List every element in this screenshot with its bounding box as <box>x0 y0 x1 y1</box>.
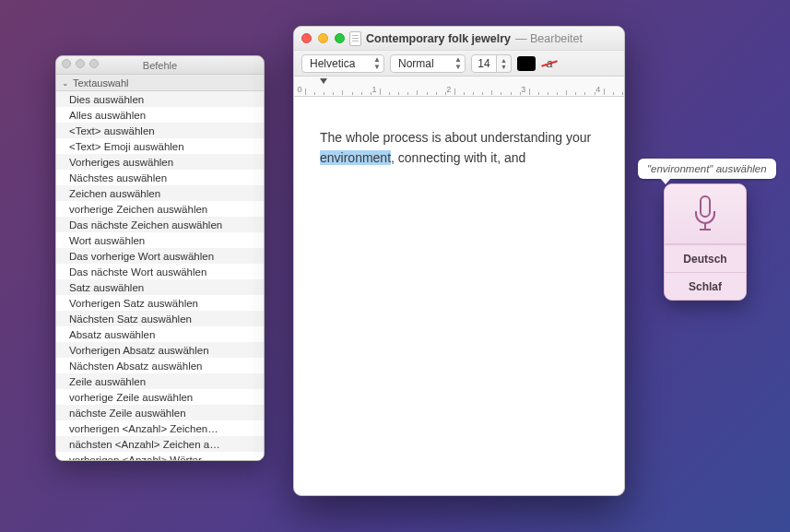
command-item[interactable]: Zeichen auswählen <box>56 185 264 201</box>
close-button[interactable] <box>301 33 312 43</box>
font-select-value: Helvetica <box>310 57 355 70</box>
command-item[interactable]: Nächstes auswählen <box>56 170 264 185</box>
ruler[interactable]: 01234 <box>294 77 624 97</box>
command-item[interactable]: Nächsten Satz auswählen <box>56 311 264 326</box>
close-dot-inactive[interactable] <box>62 59 71 68</box>
svg-rect-0 <box>701 196 710 217</box>
font-size-stepper[interactable]: ▲▼ <box>497 54 512 73</box>
voice-control-panel: Deutsch Schlaf <box>664 183 747 301</box>
select-arrows-icon: ▲▼ <box>454 56 462 71</box>
command-item[interactable]: vorherigen <Anzahl> Wörter … <box>56 452 264 460</box>
body-text-post: , connecting with it, and <box>391 150 525 165</box>
tab-marker-icon[interactable] <box>320 78 327 84</box>
min-dot-inactive[interactable] <box>76 59 85 68</box>
voice-language-label: Deutsch <box>683 253 726 266</box>
command-item[interactable]: Das nächste Wort auswählen <box>56 264 264 279</box>
commands-window: Befehle ⌄ Textauswahl Dies auswählenAlle… <box>55 55 265 461</box>
voice-language-button[interactable]: Deutsch <box>665 244 746 272</box>
command-item[interactable]: Dies auswählen <box>56 91 264 107</box>
microphone-icon <box>690 195 720 233</box>
body-text-pre: The whole process is about understanding… <box>320 130 591 145</box>
commands-section-header[interactable]: ⌄ Textauswahl <box>56 75 264 91</box>
document-status: — Bearbeitet <box>515 32 583 45</box>
ruler-number: 3 <box>521 85 525 94</box>
commands-title: Befehle <box>143 60 177 71</box>
font-size-input[interactable]: 14 <box>471 54 497 73</box>
format-toolbar: Helvetica ▲▼ Normal ▲▼ 14 ▲▼ <box>294 51 624 77</box>
command-item[interactable]: Alles auswählen <box>56 107 264 123</box>
ruler-number: 0 <box>297 85 301 94</box>
style-select[interactable]: Normal ▲▼ <box>390 54 466 73</box>
commands-list[interactable]: Dies auswählenAlles auswählen<Text> ausw… <box>56 91 264 460</box>
voice-sleep-label: Schlaf <box>689 280 722 293</box>
command-item[interactable]: Satz auswählen <box>56 279 264 295</box>
command-item[interactable]: Wort auswählen <box>56 232 264 248</box>
voice-feedback-text: "environment" auswählen <box>647 163 767 174</box>
command-item[interactable]: <Text> Emoji auswählen <box>56 138 264 154</box>
command-item[interactable]: <Text> auswählen <box>56 123 264 138</box>
ruler-number: 4 <box>595 85 600 94</box>
command-item[interactable]: Nächsten Absatz auswählen <box>56 358 264 373</box>
command-item[interactable]: Vorheriges auswählen <box>56 154 264 170</box>
command-item[interactable]: vorherige Zeichen auswählen <box>56 201 264 217</box>
command-item[interactable]: vorherigen <Anzahl> Zeichen… <box>56 420 264 436</box>
select-arrows-icon: ▲▼ <box>373 56 381 71</box>
strikethrough-icon[interactable] <box>541 56 558 71</box>
microphone-area[interactable] <box>665 184 746 244</box>
zoom-dot-inactive[interactable] <box>89 59 99 68</box>
command-item[interactable]: Vorherigen Satz auswählen <box>56 295 264 311</box>
document-title: Contemporary folk jewelry <box>366 32 511 45</box>
commands-traffic-lights[interactable] <box>62 59 99 68</box>
command-item[interactable]: nächsten <Anzahl> Zeichen a… <box>56 436 264 452</box>
commands-titlebar[interactable]: Befehle <box>56 56 264 75</box>
font-select[interactable]: Helvetica ▲▼ <box>301 54 384 73</box>
ruler-number: 2 <box>446 85 451 94</box>
text-color-swatch[interactable] <box>517 56 536 71</box>
ruler-number: 1 <box>371 85 376 94</box>
document-body[interactable]: The whole process is about understanding… <box>294 97 624 495</box>
command-item[interactable]: Das nächste Zeichen auswählen <box>56 217 264 232</box>
command-item[interactable]: Vorherigen Absatz auswählen <box>56 342 264 358</box>
command-item[interactable]: vorherige Zeile auswählen <box>56 389 264 405</box>
style-select-value: Normal <box>398 57 434 70</box>
document-icon <box>349 31 361 46</box>
command-item[interactable]: Absatz auswählen <box>56 326 264 342</box>
textedit-window: Contemporary folk jewelry — Bearbeitet H… <box>293 26 625 496</box>
command-item[interactable]: nächste Zeile auswählen <box>56 405 264 420</box>
voice-sleep-button[interactable]: Schlaf <box>665 272 746 300</box>
command-item[interactable]: Zeile auswählen <box>56 373 264 389</box>
command-item[interactable]: Das vorherige Wort auswählen <box>56 248 264 264</box>
commands-section-label: Textauswahl <box>73 77 129 89</box>
voice-feedback-bubble: "environment" auswählen <box>638 159 776 179</box>
textedit-titlebar[interactable]: Contemporary folk jewelry — Bearbeitet <box>294 27 624 51</box>
chevron-down-icon: ⌄ <box>62 78 69 88</box>
selected-text[interactable]: environment <box>320 150 391 165</box>
